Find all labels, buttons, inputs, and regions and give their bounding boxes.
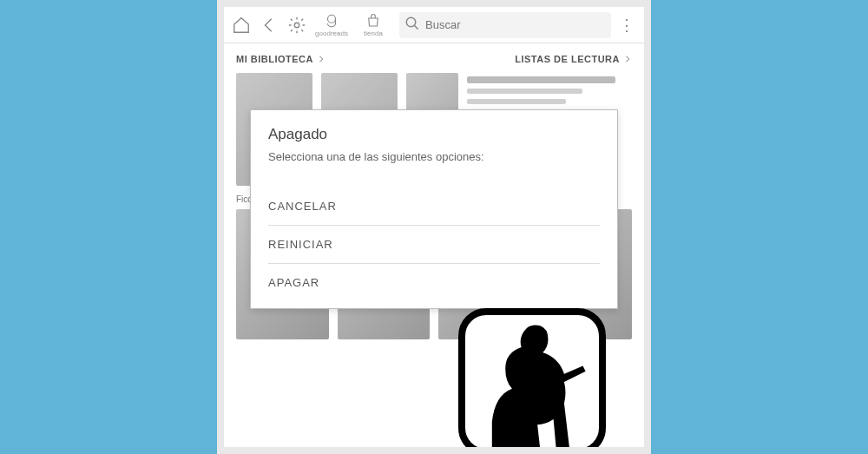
dialog-title: Apagado bbox=[268, 126, 600, 143]
reading-lists-label: LISTAS DE LECTURA bbox=[515, 54, 620, 64]
reading-lists-link[interactable]: LISTAS DE LECTURA bbox=[515, 54, 632, 64]
my-library-link[interactable]: MI BIBLIOTECA bbox=[236, 54, 326, 64]
device-frame: goodreads tienda ⋮ MI BIBLIOTECA LISTAS … bbox=[217, 0, 651, 454]
svg-point-0 bbox=[294, 23, 299, 28]
power-dialog: Apagado Selecciona una de las siguientes… bbox=[250, 109, 618, 309]
text-line bbox=[467, 99, 566, 104]
chevron-right-icon bbox=[317, 55, 326, 63]
goodreads-label: goodreads bbox=[315, 30, 348, 37]
text-line bbox=[467, 89, 582, 94]
store-button[interactable]: tienda bbox=[354, 13, 392, 37]
svg-point-1 bbox=[328, 15, 336, 23]
dialog-subtitle: Selecciona una de las siguientes opcione… bbox=[268, 150, 600, 163]
svg-point-2 bbox=[406, 17, 416, 27]
kindle-logo-icon bbox=[458, 308, 606, 447]
store-label: tienda bbox=[364, 30, 383, 37]
settings-icon[interactable] bbox=[285, 13, 309, 37]
chevron-right-icon bbox=[623, 55, 632, 63]
overflow-menu-icon[interactable]: ⋮ bbox=[615, 16, 639, 35]
my-library-label: MI BIBLIOTECA bbox=[236, 54, 313, 64]
cancel-button[interactable]: CANCELAR bbox=[268, 188, 600, 226]
text-line bbox=[467, 76, 615, 83]
search-icon bbox=[404, 16, 420, 35]
section-headers: MI BIBLIOTECA LISTAS DE LECTURA bbox=[224, 43, 644, 69]
toolbar: goodreads tienda ⋮ bbox=[224, 7, 644, 43]
goodreads-button[interactable]: goodreads bbox=[312, 13, 351, 37]
restart-button[interactable]: REINICIAR bbox=[268, 226, 600, 264]
search-box[interactable] bbox=[399, 12, 611, 38]
home-icon[interactable] bbox=[229, 13, 253, 37]
search-input[interactable] bbox=[425, 18, 606, 31]
shutdown-button[interactable]: APAGAR bbox=[268, 264, 600, 301]
back-icon[interactable] bbox=[257, 13, 281, 37]
screen: goodreads tienda ⋮ MI BIBLIOTECA LISTAS … bbox=[224, 7, 644, 447]
